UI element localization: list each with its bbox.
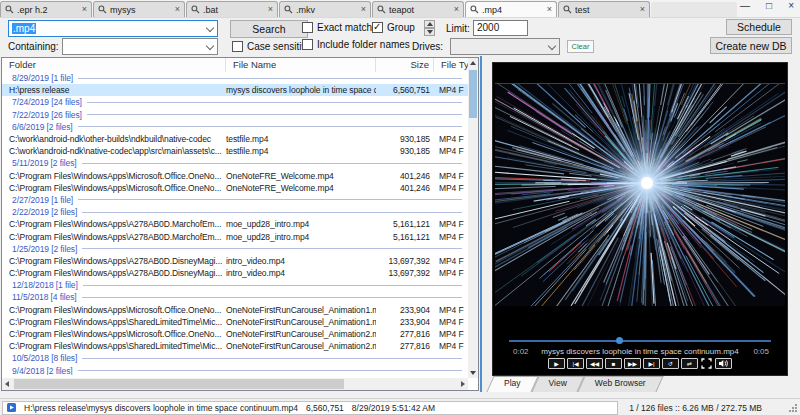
prev-icon[interactable]: |◀ [567, 358, 584, 369]
loop-icon[interactable]: ↺ [662, 358, 679, 369]
cell-type: MP4 F [434, 171, 468, 181]
checkbox-icon[interactable] [232, 41, 243, 52]
video-frame[interactable] [495, 83, 785, 306]
table-row[interactable]: C:\Program Files\WindowsApps\SharedLimit… [2, 316, 468, 328]
table-row[interactable]: H:\press releasemysys discovers loophole… [2, 84, 468, 96]
group-row[interactable]: 6/6/2019 [2 files] [2, 121, 468, 133]
include-folder-names-checkbox[interactable]: Include folder names [302, 39, 410, 50]
group-row[interactable]: 12/18/2018 [1 file] [2, 279, 468, 291]
search-tab-test[interactable]: test× [558, 1, 650, 17]
vertical-scrollbar-thumb[interactable] [469, 70, 477, 118]
search-tab-mysys[interactable]: mysys× [93, 1, 185, 17]
seek-track[interactable] [509, 340, 771, 342]
table-row[interactable]: C:\Program Files\WindowsApps\A278AB0D.Di… [2, 267, 468, 279]
horizontal-scrollbar[interactable] [2, 378, 468, 390]
search-tab--epr-h-2[interactable]: .epr h.2× [0, 1, 92, 17]
search-tab--mp4[interactable]: .mp4× [465, 1, 557, 17]
limit-input[interactable]: 2000 [473, 20, 528, 36]
cell-type: MP4 F [434, 232, 468, 242]
preview-pane: 0:02 mysys discovers loophole in time sp… [480, 56, 800, 392]
close-tab-icon[interactable]: × [79, 5, 87, 14]
group-row[interactable]: 2/27/2019 [1 file] [2, 194, 468, 206]
drives-select[interactable] [450, 38, 560, 55]
group-row[interactable]: 11/5/2018 [4 files] [2, 291, 468, 303]
search-tab-teapot[interactable]: teapot× [372, 1, 464, 17]
chevron-down-icon[interactable] [206, 23, 214, 31]
schedule-button[interactable]: Schedule [726, 19, 792, 35]
close-tab-icon[interactable]: × [451, 5, 459, 14]
table-row[interactable]: C:\work\android-ndk\other-builds\ndkbuil… [2, 133, 468, 145]
forward-icon[interactable]: ▶▶ [624, 358, 641, 369]
close-icon[interactable]: × [788, 0, 794, 11]
close-tab-icon[interactable]: × [544, 5, 552, 14]
group-row[interactable]: 5/11/2019 [2 files] [2, 157, 468, 169]
create-new-db-button[interactable]: Create new DB [710, 37, 792, 54]
column-header-file-name[interactable]: File Name [226, 58, 376, 72]
close-tab-icon[interactable]: × [265, 5, 273, 14]
group-row[interactable]: 9/4/2018 [2 files] [2, 365, 468, 376]
group-label: 9/4/2018 [2 files] [2, 366, 73, 375]
cell-name: moe_upd28_intro.mp4 [226, 232, 376, 242]
group-row[interactable]: 7/24/2019 [24 files] [2, 96, 468, 108]
clear-button[interactable]: Clear [567, 40, 594, 53]
preview-tab-web-browser[interactable]: Web Browser [581, 376, 660, 392]
checkbox-icon[interactable] [372, 22, 383, 33]
group-row[interactable]: 8/29/2019 [1 file] [2, 72, 468, 84]
group-row[interactable]: 7/22/2019 [26 files] [2, 109, 468, 121]
shuffle-icon[interactable]: ⇄ [681, 358, 698, 369]
vertical-scrollbar[interactable] [468, 58, 478, 378]
search-tab--mkv[interactable]: .mkv× [279, 1, 371, 17]
search-button[interactable]: Search [230, 20, 308, 38]
fullscreen-icon[interactable] [700, 358, 713, 369]
column-header-size[interactable]: Size [376, 58, 434, 72]
chevron-down-icon[interactable] [206, 41, 214, 49]
rewind-icon[interactable]: ◀◀ [586, 358, 603, 369]
seek-bar[interactable] [509, 337, 771, 344]
group-row[interactable]: 1/25/2019 [2 files] [2, 243, 468, 255]
scroll-left-icon[interactable] [2, 381, 12, 387]
maximize-icon[interactable]: □ [766, 0, 772, 11]
group-checkbox[interactable]: Group [372, 22, 415, 33]
table-row[interactable]: C:\Program Files\WindowsApps\Microsoft.O… [2, 328, 468, 340]
case-sensitive-checkbox[interactable]: Case sensitive [232, 41, 312, 52]
next-icon[interactable]: ▶| [643, 358, 660, 369]
horizontal-scrollbar-thumb[interactable] [14, 379, 344, 389]
preview-tab-view[interactable]: View [535, 376, 581, 392]
containing-input[interactable] [62, 38, 218, 55]
resize-grip-icon[interactable] [788, 403, 797, 412]
table-row[interactable]: C:\Program Files\WindowsApps\Microsoft.O… [2, 304, 468, 316]
search-input[interactable]: .mp4 [8, 20, 218, 37]
close-tab-icon[interactable]: × [172, 5, 180, 14]
scroll-right-icon[interactable] [458, 381, 468, 387]
preview-tab-play[interactable]: Play [490, 376, 535, 392]
column-header-folder[interactable]: Folder [2, 58, 226, 72]
close-tab-icon[interactable]: × [358, 5, 366, 14]
minimize-icon[interactable]: — [740, 0, 750, 11]
table-row[interactable]: C:\Program Files\WindowsApps\Microsoft.O… [2, 182, 468, 194]
chevron-down-icon[interactable] [548, 41, 556, 49]
group-row[interactable]: 10/5/2018 [8 files] [2, 352, 468, 364]
group-label: 8/29/2019 [1 file] [2, 73, 73, 83]
scroll-up-icon[interactable] [468, 58, 478, 68]
play-icon[interactable]: ▶ [548, 358, 565, 369]
group-row[interactable]: 2/22/2019 [2 files] [2, 206, 468, 218]
exact-match-checkbox[interactable]: Exact match [302, 22, 372, 33]
search-tab--bat[interactable]: .bat× [186, 1, 278, 17]
table-row[interactable]: C:\Program Files\WindowsApps\A278AB0D.Di… [2, 255, 468, 267]
stop-icon[interactable]: ■ [605, 358, 622, 369]
close-tab-icon[interactable]: × [637, 5, 645, 14]
table-row[interactable]: C:\Program Files\WindowsApps\SharedLimit… [2, 340, 468, 352]
cell-type: MP4 F [434, 85, 468, 95]
volume-icon[interactable] [715, 358, 732, 369]
table-row[interactable]: C:\Program Files\WindowsApps\A278AB0D.Ma… [2, 218, 468, 230]
scroll-down-icon[interactable] [468, 368, 478, 378]
checkbox-icon[interactable] [302, 22, 313, 33]
spinner-down-button[interactable] [424, 28, 435, 36]
checkbox-icon[interactable] [302, 39, 313, 50]
table-row[interactable]: C:\Program Files\WindowsApps\A278AB0D.Ma… [2, 230, 468, 242]
spinner-up-button[interactable] [424, 20, 435, 28]
video-title: mysys discovers loophole in time space c… [523, 347, 757, 356]
table-row[interactable]: C:\work\android-ndk\native-codec\app\src… [2, 145, 468, 157]
table-row[interactable]: C:\Program Files\WindowsApps\Microsoft.O… [2, 170, 468, 182]
seek-thumb[interactable] [616, 337, 623, 344]
